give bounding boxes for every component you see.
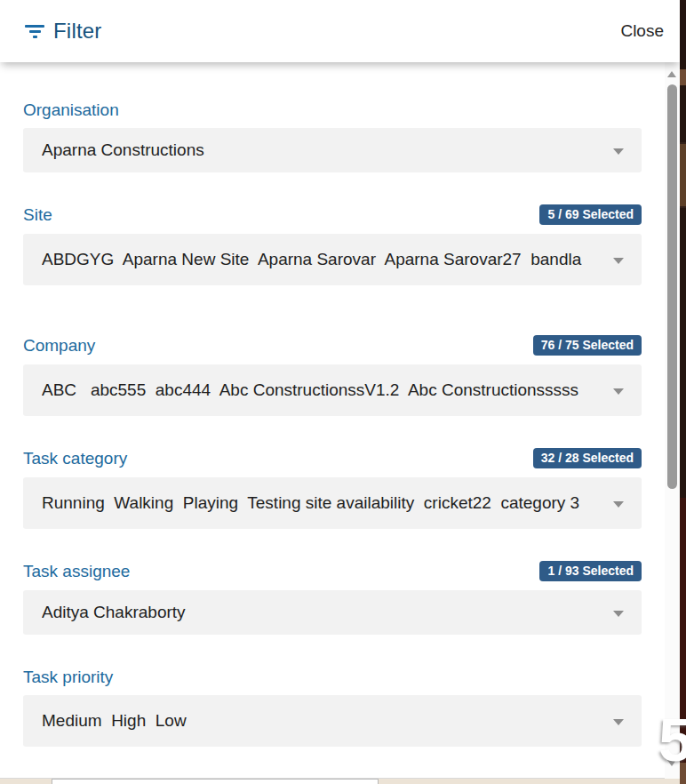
chevron-down-icon — [613, 611, 624, 617]
company-label: Company — [23, 336, 95, 355]
chevron-down-icon — [613, 501, 624, 508]
filter-title-group: Filter — [25, 19, 102, 44]
task-priority-dropdown[interactable]: Medium High Low — [23, 695, 642, 747]
section-task-priority: Task priority Medium High Low — [23, 667, 642, 747]
site-dropdown[interactable]: ABDGYG Aparna New Site Aparna Sarovar Ap… — [23, 234, 642, 285]
task-category-label: Task category — [23, 449, 127, 468]
task-assignee-value: Aditya Chakraborty — [42, 603, 611, 622]
scroll-up-arrow-icon[interactable] — [667, 71, 676, 77]
task-category-dropdown[interactable]: Running Walking Playing Testing site ava… — [23, 477, 642, 529]
chevron-down-icon — [613, 388, 624, 395]
company-values: ABC abc555 abc444 Abc ConstructionssV1.2… — [42, 380, 611, 400]
scrollbar-thumb[interactable] — [667, 84, 677, 489]
task-priority-values: Medium High Low — [42, 711, 611, 731]
company-dropdown[interactable]: ABC abc555 abc444 Abc ConstructionssV1.2… — [23, 364, 642, 416]
chevron-down-icon — [613, 258, 624, 264]
task-category-selected-badge: 32 / 28 Selected — [533, 448, 642, 468]
section-site: Site 5 / 69 Selected ABDGYG Aparna New S… — [23, 204, 642, 285]
task-category-values: Running Walking Playing Testing site ava… — [42, 493, 611, 513]
task-assignee-dropdown[interactable]: Aditya Chakraborty — [23, 590, 642, 635]
background-page-bottom — [0, 779, 680, 784]
filter-header: Filter Close — [0, 0, 680, 62]
page-title: Filter — [53, 19, 102, 44]
site-selected-badge: 5 / 69 Selected — [539, 204, 642, 225]
organisation-label: Organisation — [23, 100, 119, 119]
close-button[interactable]: Close — [620, 21, 664, 41]
filter-modal-screen: 5 Filter Close Organisation Aparna Const… — [0, 0, 686, 784]
chevron-down-icon — [613, 719, 624, 725]
site-values: ABDGYG Aparna New Site Aparna Sarovar Ap… — [42, 250, 611, 269]
background-page-digit: 5 — [658, 709, 686, 770]
section-task-category: Task category 32 / 28 Selected Running W… — [23, 448, 642, 529]
background-strip-segment — [680, 142, 686, 208]
task-assignee-label: Task assignee — [23, 562, 130, 580]
background-strip-segment — [680, 69, 686, 85]
company-selected-badge: 76 / 75 Selected — [533, 335, 642, 356]
task-assignee-selected-badge: 1 / 93 Selected — [539, 561, 642, 581]
section-task-assignee: Task assignee 1 / 93 Selected Aditya Cha… — [23, 561, 642, 635]
vertical-scrollbar[interactable] — [665, 62, 680, 779]
background-page-strip — [680, 0, 686, 784]
filter-funnel-icon — [25, 25, 44, 38]
section-organisation: Organisation Aparna Constructions — [23, 100, 642, 172]
background-page-panel — [52, 779, 379, 784]
site-label: Site — [23, 205, 52, 224]
filter-body: Organisation Aparna Constructions Site 5… — [0, 62, 680, 779]
organisation-value: Aparna Constructions — [42, 140, 611, 160]
chevron-down-icon — [613, 148, 624, 155]
organisation-dropdown[interactable]: Aparna Constructions — [23, 128, 642, 172]
task-priority-label: Task priority — [23, 668, 113, 686]
section-company: Company 76 / 75 Selected ABC abc555 abc4… — [23, 335, 642, 416]
